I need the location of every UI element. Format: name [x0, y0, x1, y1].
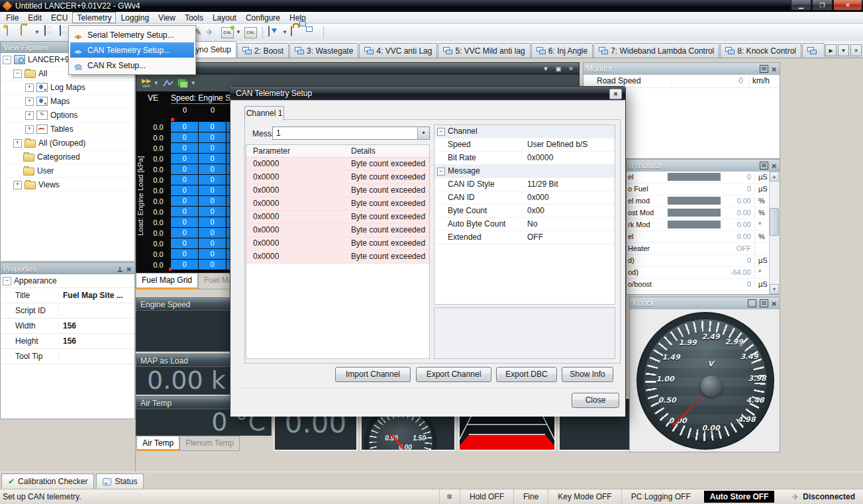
- properties-icon[interactable]: [760, 65, 768, 73]
- fuel-cell[interactable]: 0: [199, 260, 227, 270]
- message-select[interactable]: 1 ▼: [272, 126, 430, 140]
- tab-plenum-temp[interactable]: Plenum Temp: [179, 436, 240, 451]
- group-channel[interactable]: − Channel: [434, 125, 615, 138]
- col-header[interactable]: 0: [199, 106, 227, 114]
- pc-logging-indicator[interactable]: PC Logging OFF: [621, 489, 700, 504]
- menu-item-can-telemetry-setup[interactable]: CAN Telemetry Setup...: [70, 42, 194, 58]
- expand-icon[interactable]: +: [25, 111, 34, 120]
- tab-wastegate[interactable]: 3: Wastegate: [289, 43, 358, 58]
- fuel-cell[interactable]: 0: [171, 217, 199, 228]
- lock-icon[interactable]: [291, 26, 292, 36]
- fuel-cell[interactable]: 0: [199, 249, 227, 260]
- tab-air-temp[interactable]: Air Temp: [136, 436, 179, 451]
- menu-view[interactable]: View: [154, 12, 180, 23]
- popout-icon[interactable]: [748, 299, 756, 307]
- fuel-cell[interactable]: 0: [171, 249, 199, 260]
- parameter-row[interactable]: 0x0000 Byte count exceeded: [246, 197, 429, 211]
- fuel-cell[interactable]: 0: [171, 164, 199, 175]
- tab-knock-control[interactable]: 8: Knock Control: [720, 43, 801, 58]
- close-icon[interactable]: ✕: [127, 266, 132, 273]
- import-channel-button[interactable]: Import Channel: [335, 367, 411, 382]
- parameter-row[interactable]: 0x0000 Byte count exceeded: [246, 158, 429, 171]
- menu-edit[interactable]: Edit: [23, 12, 46, 23]
- fine-indicator[interactable]: Fine: [513, 489, 548, 504]
- tab-fuel-map-grid[interactable]: Fuel Map Grid: [136, 273, 198, 289]
- row-label[interactable]: 0.0: [148, 132, 169, 143]
- layers-icon[interactable]: [178, 79, 188, 87]
- menu-help[interactable]: Help: [285, 12, 311, 23]
- tab-status[interactable]: Status: [96, 474, 144, 489]
- group-message[interactable]: − Message: [434, 165, 615, 178]
- properties-icon[interactable]: [760, 162, 768, 170]
- tab-wideband-lambda-control[interactable]: 7: Wideband Lambda Control: [593, 43, 719, 58]
- tree-item-log-maps[interactable]: + Log Maps: [1, 81, 134, 95]
- properties-group-appearance[interactable]: − Appearance: [1, 274, 134, 288]
- menu-tools[interactable]: Tools: [180, 12, 208, 23]
- fuel-cell[interactable]: 0: [171, 238, 199, 249]
- tree-item-all-grouped[interactable]: + All (Grouped): [1, 136, 134, 150]
- parameter-cell[interactable]: 0x0000: [253, 199, 279, 208]
- open-file-icon[interactable]: [21, 25, 22, 36]
- collapse-icon[interactable]: −: [3, 56, 11, 64]
- parameter-row[interactable]: 0x0000 Byte count exceeded: [246, 171, 429, 184]
- menu-file[interactable]: File: [1, 12, 23, 23]
- fuel-cell[interactable]: 0: [199, 122, 227, 132]
- prop-row-auto-byte-count[interactable]: Auto Byte Count No: [434, 218, 615, 231]
- parameter-row[interactable]: 0x0000 Byte count exceeded: [246, 184, 429, 197]
- parameter-cell[interactable]: 0x0000: [253, 172, 279, 181]
- row-label[interactable]: 0.0: [148, 164, 169, 175]
- open-dropdown-icon[interactable]: ▼: [34, 29, 40, 35]
- fuel-cell[interactable]: 0: [171, 122, 199, 132]
- tree-item-user[interactable]: User: [1, 164, 134, 178]
- parameter-cell[interactable]: 0x0000: [253, 185, 279, 195]
- tab-vvc-mild-anti-lag[interactable]: 5: VVC Mild anti lag: [438, 43, 530, 58]
- key-mode-indicator[interactable]: Key Mode OFF: [548, 489, 621, 504]
- property-row-script-id[interactable]: Script ID: [1, 303, 134, 319]
- show-info-button[interactable]: Show Info: [562, 367, 613, 382]
- parameter-cell[interactable]: 0x0000: [253, 225, 279, 234]
- row-label[interactable]: 0.0: [148, 238, 169, 249]
- minimize-button[interactable]: ▁: [791, 0, 811, 11]
- pin-icon[interactable]: ⊥: [117, 266, 123, 273]
- property-row-width[interactable]: Width 156: [1, 319, 134, 334]
- row-label[interactable]: 0.0: [148, 185, 169, 196]
- collapse-icon[interactable]: −: [13, 70, 22, 78]
- trace-icon[interactable]: ▶▶OFF: [142, 78, 151, 89]
- tab-channel-1[interactable]: Channel 1: [244, 106, 284, 121]
- fuel-cell[interactable]: 0: [199, 185, 227, 196]
- parameter-row[interactable]: 0x0000 Byte count exceeded: [246, 237, 429, 250]
- tree-item-views[interactable]: + Views: [1, 178, 134, 192]
- auto-store-indicator[interactable]: Auto Store OFF: [704, 491, 775, 503]
- freeze-icon[interactable]: ❄: [439, 489, 460, 504]
- save-as-icon[interactable]: [60, 25, 61, 36]
- pane-options-icon[interactable]: ▣: [553, 65, 564, 74]
- close-dialog-button[interactable]: Close: [572, 393, 619, 408]
- row-label[interactable]: 0.0: [148, 217, 169, 228]
- menu-item-can-rx-setup[interactable]: RX CAN Rx Setup...: [70, 58, 194, 73]
- row-label[interactable]: 0.0: [148, 207, 169, 217]
- menu-layout[interactable]: Layout: [208, 12, 241, 23]
- download-dropdown-icon[interactable]: ▼: [282, 29, 287, 35]
- parameter-row[interactable]: 0x0000 Byte count exceeded: [246, 250, 429, 264]
- fuel-cell[interactable]: 0: [199, 175, 227, 185]
- layers-dropdown-icon[interactable]: ▼: [191, 80, 196, 86]
- fuel-cell[interactable]: 0: [199, 207, 227, 217]
- prop-row-can-id[interactable]: CAN ID 0x000: [434, 191, 615, 205]
- tab-partial[interactable]: [802, 43, 825, 58]
- fuel-cell[interactable]: 0: [199, 196, 227, 207]
- prop-row-extended[interactable]: Extended OFF: [434, 231, 615, 244]
- col-header[interactable]: 0: [171, 106, 199, 114]
- tab-inj-angle[interactable]: 6: Inj Angle: [531, 43, 593, 58]
- tree-item-options[interactable]: + ✎ Options: [1, 109, 134, 123]
- close-icon[interactable]: ✕: [772, 162, 777, 170]
- row-label[interactable]: 0.0: [148, 154, 169, 164]
- download-icon[interactable]: [268, 26, 270, 36]
- save-icon[interactable]: [44, 25, 46, 36]
- fuel-cell[interactable]: 0: [171, 185, 199, 196]
- interpolate-icon[interactable]: [163, 79, 174, 87]
- dialog-close-icon[interactable]: ✕: [609, 89, 622, 99]
- send-icon[interactable]: ✈: [206, 26, 218, 38]
- scroll-down-icon[interactable]: ▼: [770, 284, 779, 294]
- parameter-cell[interactable]: 0x0000: [253, 212, 279, 221]
- trace-dropdown-icon[interactable]: ▼: [154, 80, 159, 86]
